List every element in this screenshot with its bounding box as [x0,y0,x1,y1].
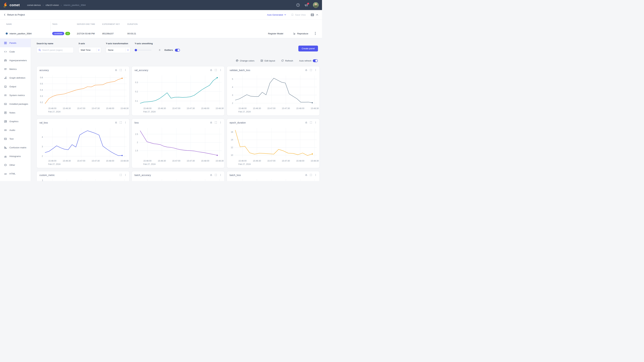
panel-menu-icon[interactable] [314,69,317,71]
sidebar-item-metrics[interactable]: Metrics [0,65,31,73]
auto-refresh-label: Auto refresh [299,59,312,62]
svg-text:3: 3 [232,94,233,96]
outliers-toggle[interactable] [175,49,180,52]
sidebar-item-text[interactable]: Text [0,134,31,143]
user-avatar[interactable] [313,2,319,8]
sidebar-item-notes[interactable]: Notes [0,108,31,117]
experiment-table-header: NAME TAGS SERVER END TIME EXPERIMENT KEY… [0,19,322,29]
fullscreen-icon[interactable] [120,174,122,176]
panel-menu-icon[interactable] [314,121,317,124]
svg-text:Feb 27, 2024: Feb 27, 2024 [48,111,60,113]
sidebar-item-html[interactable]: HTML HTML [0,169,31,178]
chart-plot[interactable]: 15:46:0015:46:3015:47:0015:47:3015:48:00… [132,119,224,168]
chart-plot[interactable]: 15:46:0015:46:3015:47:0015:47:3015:48:00… [227,119,320,168]
save-view-label: Save View [295,13,306,16]
search-input[interactable] [42,49,72,51]
fullscreen-icon[interactable] [120,121,122,124]
collapse-chevron-up-icon[interactable] [316,14,318,15]
fullscreen-icon[interactable] [215,69,217,71]
auto-refresh-control: Auto refresh [299,59,318,62]
search-icon [38,49,41,51]
lock-icon[interactable] [305,174,308,176]
lock-icon[interactable] [305,121,308,124]
lock-icon[interactable] [210,174,212,176]
lock-icon[interactable] [210,69,212,71]
fullscreen-icon[interactable] [310,121,312,124]
fullscreen-icon[interactable] [215,121,217,124]
svg-text:15:47:30: 15:47:30 [92,160,100,162]
breadcrumb-project[interactable]: cifar10-vision [46,4,59,6]
breadcrumb: comet-demos › cifar10-vision › interim_p… [27,4,86,6]
lock-icon[interactable] [115,121,117,124]
xaxis-select[interactable]: Wall Time [78,47,101,53]
panel-menu-icon[interactable] [124,69,126,71]
chart-plot[interactable]: 15:46:0015:46:3015:47:0015:47:3015:48:00… [227,66,320,115]
sidebar-item-audio[interactable]: Audio [0,126,31,134]
create-panel-button[interactable]: Create panel [298,45,318,51]
panel-menu-icon[interactable] [219,69,222,71]
edit-layout-button[interactable]: Edit layout [260,59,275,62]
svg-text:15:47:00: 15:47:00 [267,160,276,162]
svg-text:15:47:00: 15:47:00 [77,107,85,110]
panel-menu-icon[interactable] [219,174,222,176]
svg-text:15:46:00: 15:46:00 [144,160,152,162]
refresh-icon [281,59,284,62]
histogram-icon [4,155,7,158]
ytrans-select[interactable]: None [106,47,130,53]
sidebar-item-system-metrics[interactable]: System metrics [0,91,31,99]
view-selector-dropdown[interactable]: Auto Generated [267,13,286,16]
chart-plot[interactable]: 15:46:0015:46:3015:47:0015:47:3015:48:00… [37,119,129,168]
svg-text:4: 4 [42,136,43,138]
sidebar-item-code[interactable]: Code [0,47,31,56]
fullscreen-icon[interactable] [215,174,217,176]
svg-text:15:46:00: 15:46:00 [48,107,56,110]
smoothing-slider[interactable] [135,49,152,52]
view-selector-value: Auto Generated [267,13,283,16]
lock-icon[interactable] [305,69,308,71]
chart-plot[interactable]: 15:46:0015:46:3015:47:0015:47:3015:48:00… [132,66,224,115]
sidebar-item-panels[interactable]: Panels [0,38,31,47]
sidebar-item-hyperparameters[interactable]: Hyperparameters [0,56,31,65]
reproduce-button[interactable]: Reproduce [293,29,308,38]
panel-menu-icon[interactable] [219,121,222,124]
experiment-key-link[interactable]: 85130b107 [102,29,114,38]
lock-icon[interactable] [115,69,117,71]
auto-refresh-toggle[interactable] [313,59,318,62]
row-menu-icon[interactable] [315,32,316,35]
sidebar-item-histograms[interactable]: Histograms [0,152,31,161]
fullscreen-icon[interactable] [120,69,122,71]
panel-menu-icon[interactable] [124,121,126,124]
col-header-experiment-key: EXPERIMENT KEY [102,19,120,29]
chart-plot[interactable]: 15:46:0015:46:3015:47:0015:47:3015:48:00… [37,66,129,115]
notes-icon [4,111,7,114]
register-model-button[interactable]: Register Model [268,29,283,38]
sidebar-item-graphics[interactable]: Graphics [0,117,31,126]
sidebar-item-other[interactable]: Other [0,161,31,169]
table-view-icon[interactable] [311,13,314,16]
fullscreen-icon[interactable] [310,69,312,71]
slider-knob[interactable] [135,49,137,51]
save-view-button[interactable]: Save View [291,13,306,16]
svg-text:15:46:30: 15:46:30 [63,107,71,110]
sidebar-item-output[interactable]: Output [0,82,31,91]
top-navigation: comet comet-demos › cifar10-vision › int… [0,0,322,10]
svg-text:0.3: 0.3 [135,81,138,84]
lock-icon[interactable] [210,121,212,124]
fullscreen-icon[interactable] [310,174,312,176]
panel-epoch_duration: epoch_duration 15:46:0015:46:3015:47:001… [227,119,320,168]
breadcrumb-workspace[interactable]: comet-demos [27,4,41,6]
comet-logo[interactable]: comet [3,2,20,8]
return-to-project-button[interactable]: Return to Project [4,10,25,19]
sidebar-item-installed-packages[interactable]: Py Installed packages [0,99,31,108]
panel-menu-icon[interactable] [124,174,126,176]
svg-text:Py: Py [5,103,6,104]
refresh-button[interactable]: Refresh [281,59,293,62]
change-colors-button[interactable]: Change colors [236,59,254,62]
sidebar-item-graph-definition[interactable]: Graph definition [0,73,31,82]
help-icon[interactable]: ? [296,3,300,7]
panel-menu-icon[interactable] [314,174,317,176]
sidebar-item-label: Graphics [10,120,18,123]
announcements-icon[interactable] [304,3,308,7]
sidebar-item-confusion-matrix[interactable]: Confusion matrix [0,143,31,152]
svg-text:15:46:00: 15:46:00 [48,160,56,162]
